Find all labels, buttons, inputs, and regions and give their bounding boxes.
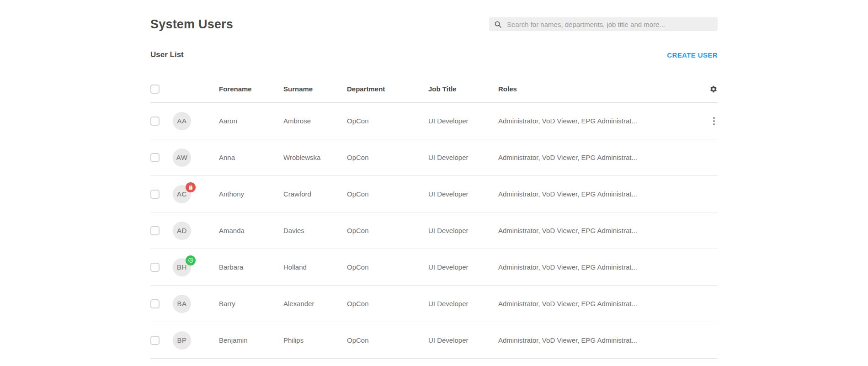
cell-job-title: UI Developer: [428, 117, 498, 125]
avatar-initials: AA: [173, 112, 191, 130]
cell-roles: Administrator, VoD Viewer, EPG Administr…: [498, 117, 699, 125]
avatar-initials: AD: [173, 222, 191, 240]
table-body: AA Aaron Ambrose OpCon UI Developer Admi…: [150, 103, 718, 359]
avatar: BP: [173, 331, 191, 350]
table-row: BP Benjamin Philips OpCon UI Developer A…: [150, 322, 718, 359]
cell-roles: Administrator, VoD Viewer, EPG Administr…: [498, 227, 699, 234]
cell-forename: Amanda: [219, 227, 283, 234]
cell-department: OpCon: [347, 300, 428, 308]
table-row: AW Anna Wroblewska OpCon UI Developer Ad…: [150, 139, 718, 176]
cell-job-title: UI Developer: [428, 227, 498, 234]
cell-department: OpCon: [347, 190, 428, 198]
column-header-department: Department: [347, 85, 428, 93]
table-row: AC Anthony Crawford OpCon UI Developer A…: [150, 176, 718, 212]
system-users-page: System Users User List CREATE USER Foren…: [150, 0, 718, 359]
table-row: AA Aaron Ambrose OpCon UI Developer Admi…: [150, 103, 718, 139]
gear-icon[interactable]: [709, 85, 718, 93]
cell-forename: Barry: [219, 300, 283, 308]
cell-surname: Alexander: [283, 300, 347, 308]
cell-roles: Administrator, VoD Viewer, EPG Administr…: [498, 263, 699, 271]
row-checkbox[interactable]: [150, 153, 160, 162]
cell-forename: Benjamin: [219, 336, 283, 344]
cell-job-title: UI Developer: [428, 300, 498, 308]
cell-department: OpCon: [347, 117, 428, 125]
avatar: AA: [173, 112, 191, 130]
cell-roles: Administrator, VoD Viewer, EPG Administr…: [498, 300, 699, 308]
cell-department: OpCon: [347, 263, 428, 271]
cell-roles: Administrator, VoD Viewer, EPG Administr…: [498, 154, 699, 161]
search-input[interactable]: [506, 20, 713, 29]
row-checkbox[interactable]: [150, 226, 160, 235]
avatar-initials: BP: [173, 331, 191, 350]
cell-surname: Ambrose: [283, 117, 347, 125]
cell-forename: Anna: [219, 154, 283, 161]
table-header-row: Forename Surname Department Job Title Ro…: [150, 75, 718, 103]
cell-department: OpCon: [347, 154, 428, 161]
cell-roles: Administrator, VoD Viewer, EPG Administr…: [498, 336, 699, 344]
column-header-forename: Forename: [219, 85, 283, 93]
list-header: User List CREATE USER: [150, 49, 718, 60]
column-header-roles: Roles: [498, 85, 699, 93]
cell-job-title: UI Developer: [428, 190, 498, 198]
cell-roles: Administrator, VoD Viewer, EPG Administr…: [498, 190, 699, 198]
list-heading: User List: [150, 50, 184, 59]
table-row: BA Barry Alexander OpCon UI Developer Ad…: [150, 286, 718, 322]
row-checkbox[interactable]: [150, 117, 160, 126]
avatar-initials: BA: [173, 295, 191, 313]
lock-badge-icon: [186, 182, 196, 192]
cell-forename: Barbara: [219, 263, 283, 271]
avatar: AC: [173, 185, 191, 203]
table-row: BH Barbara Holland OpCon UI Developer Ad…: [150, 249, 718, 286]
row-checkbox[interactable]: [150, 190, 160, 199]
select-all-checkbox[interactable]: [150, 85, 160, 94]
table-row: AD Amanda Davies OpCon UI Developer Admi…: [150, 212, 718, 249]
cell-department: OpCon: [347, 227, 428, 234]
cell-job-title: UI Developer: [428, 154, 498, 161]
search-icon: [494, 21, 502, 28]
search-box[interactable]: [489, 17, 718, 31]
cell-department: OpCon: [347, 336, 428, 344]
column-header-job-title: Job Title: [428, 85, 498, 93]
cell-forename: Anthony: [219, 190, 283, 198]
cell-job-title: UI Developer: [428, 336, 498, 344]
cell-surname: Wroblewska: [283, 154, 347, 161]
user-table: Forename Surname Department Job Title Ro…: [150, 75, 718, 359]
row-checkbox[interactable]: [150, 263, 160, 272]
cell-job-title: UI Developer: [428, 263, 498, 271]
clock-badge-icon: [186, 255, 196, 265]
cell-surname: Philips: [283, 336, 347, 344]
column-header-surname: Surname: [283, 85, 347, 93]
kebab-menu-icon[interactable]: [710, 115, 718, 127]
avatar-initials: AW: [173, 149, 191, 167]
cell-forename: Aaron: [219, 117, 283, 125]
avatar: BH: [173, 258, 191, 276]
cell-surname: Holland: [283, 263, 347, 271]
avatar: AW: [173, 149, 191, 167]
create-user-button[interactable]: CREATE USER: [667, 51, 718, 59]
page-title: System Users: [150, 17, 233, 32]
cell-surname: Crawford: [283, 190, 347, 198]
top-bar: System Users: [150, 16, 718, 32]
cell-surname: Davies: [283, 227, 347, 234]
row-checkbox[interactable]: [150, 336, 160, 345]
row-checkbox[interactable]: [150, 299, 160, 308]
avatar: BA: [173, 295, 191, 313]
avatar: AD: [173, 222, 191, 240]
